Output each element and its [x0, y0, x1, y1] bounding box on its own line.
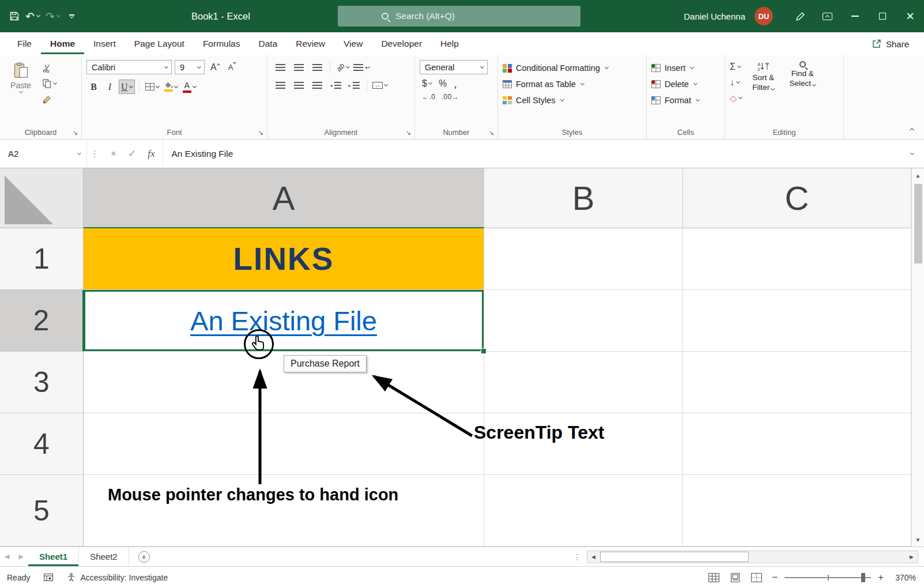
percent-style-button[interactable]: % [439, 78, 447, 89]
delete-cells-button[interactable]: Delete [651, 76, 720, 92]
cut-button[interactable] [43, 63, 56, 73]
cell-C4[interactable] [683, 413, 911, 475]
zoom-in-button[interactable]: + [873, 572, 888, 583]
paste-button[interactable]: Paste [5, 60, 37, 104]
scroll-up-icon[interactable]: ▲ [915, 170, 921, 180]
bold-button[interactable]: B [86, 80, 101, 94]
close-button[interactable]: × [896, 0, 924, 32]
tab-help[interactable]: Help [431, 33, 468, 54]
row-header-4[interactable]: 4 [0, 413, 84, 475]
align-center-button[interactable] [291, 79, 307, 92]
underline-button[interactable]: U [119, 80, 135, 94]
find-select-button[interactable]: Find & Select [785, 60, 820, 104]
cell-A5[interactable] [84, 475, 484, 546]
cell-styles-button[interactable]: Cell Styles [503, 92, 642, 108]
customize-quick-access-button[interactable] [69, 14, 74, 18]
tab-scroll-divider[interactable]: ⋮ [573, 552, 581, 561]
select-all-button[interactable] [0, 168, 84, 228]
cancel-entry-button[interactable]: × [111, 148, 116, 160]
decrease-decimal-button[interactable]: .00→ [442, 93, 459, 101]
increase-font-size-button[interactable]: A [208, 61, 222, 74]
number-format-combo[interactable]: General [420, 60, 488, 74]
cell-A2[interactable]: An Existing File [84, 290, 484, 352]
increase-indent-button[interactable]: ▸ [346, 79, 362, 92]
alignment-dialog-launcher[interactable]: ↘ [406, 130, 411, 136]
merge-center-button[interactable]: ↔ [372, 79, 388, 92]
cell-C5[interactable] [683, 475, 911, 546]
insert-function-button[interactable]: fx [148, 148, 154, 160]
fill-color-button[interactable] [163, 80, 179, 94]
cell-C1[interactable] [683, 228, 911, 290]
cell-B3[interactable] [484, 352, 683, 413]
number-dialog-launcher[interactable]: ↘ [489, 130, 494, 136]
orientation-button[interactable]: ab [335, 61, 351, 74]
scroll-right-icon[interactable]: ▶ [906, 554, 918, 560]
hyperlink-text[interactable]: An Existing File [190, 305, 377, 337]
name-box[interactable]: A2 [0, 140, 86, 168]
align-bottom-button[interactable] [309, 61, 325, 74]
zoom-level[interactable]: 370% [888, 573, 916, 582]
cell-A4[interactable] [84, 413, 484, 475]
zoom-out-button[interactable]: − [767, 572, 782, 583]
align-left-button[interactable] [272, 79, 288, 92]
cell-B2[interactable] [484, 290, 683, 352]
format-as-table-button[interactable]: Format as Table [503, 76, 642, 92]
cell-A1[interactable]: LINKS [84, 228, 484, 290]
scroll-left-icon[interactable]: ◀ [587, 554, 599, 560]
format-painter-button[interactable] [43, 94, 56, 104]
sheet-tab-sheet1[interactable]: Sheet1 [28, 547, 79, 566]
format-cells-button[interactable]: Format [651, 92, 720, 108]
formula-input[interactable]: An Existing File [163, 140, 900, 168]
tab-page-layout[interactable]: Page Layout [125, 33, 194, 54]
row-header-1[interactable]: 1 [0, 228, 84, 290]
column-header-C[interactable]: C [683, 168, 911, 228]
increase-decimal-button[interactable]: ←.0 [422, 93, 436, 101]
share-button[interactable]: Share [872, 39, 909, 49]
fill-button[interactable]: ↓ [730, 77, 742, 88]
accounting-format-button[interactable]: $ [422, 78, 432, 89]
column-header-B[interactable]: B [484, 168, 683, 228]
tab-data[interactable]: Data [249, 33, 286, 54]
search-box[interactable]: Search (Alt+Q) [338, 6, 580, 27]
vertical-scroll-thumb[interactable] [914, 184, 922, 263]
vertical-scrollbar[interactable]: ▲ ▼ [911, 168, 924, 546]
autosum-button[interactable]: Σ [730, 61, 742, 73]
ribbon-display-options-button[interactable] [814, 13, 841, 20]
row-header-3[interactable]: 3 [0, 352, 84, 413]
tab-file[interactable]: File [8, 33, 41, 54]
font-dialog-launcher[interactable]: ↘ [258, 130, 263, 136]
page-layout-view-button[interactable] [730, 573, 741, 582]
horizontal-scrollbar[interactable]: ◀ ▶ [587, 551, 918, 563]
insert-cells-button[interactable]: Insert [651, 60, 720, 76]
new-sheet-button[interactable]: + [138, 551, 150, 563]
cell-B4[interactable] [484, 413, 683, 475]
save-button[interactable] [9, 11, 20, 21]
minimize-button[interactable] [841, 0, 869, 32]
horizontal-scroll-thumb[interactable] [600, 552, 749, 562]
expand-formula-bar-button[interactable] [900, 140, 924, 168]
tab-formulas[interactable]: Formulas [194, 33, 250, 54]
wrap-text-button[interactable]: ↩ [353, 61, 370, 74]
tab-review[interactable]: Review [286, 33, 334, 54]
sheet-tab-sheet2[interactable]: Sheet2 [79, 547, 129, 566]
comma-style-button[interactable]: , [454, 81, 457, 86]
row-header-2[interactable]: 2 [0, 290, 84, 352]
align-right-button[interactable] [309, 79, 325, 92]
copy-button[interactable] [43, 78, 56, 89]
tab-insert[interactable]: Insert [84, 33, 125, 54]
s ort-filter-button[interactable]: AZ Sort & Filter [745, 60, 781, 104]
macro-record-button[interactable] [37, 574, 60, 581]
formula-bar-resize-handle[interactable]: ⋮ [86, 140, 103, 168]
cell-C2[interactable] [683, 290, 911, 352]
pen-button[interactable] [787, 12, 814, 21]
sheet-nav-left-icon[interactable]: ◀ [0, 553, 14, 560]
row-header-5[interactable]: 5 [0, 475, 84, 546]
clear-button[interactable]: ◇ [730, 92, 742, 104]
confirm-entry-button[interactable]: ✓ [128, 148, 136, 160]
font-size-combo[interactable]: 9 [175, 60, 205, 74]
fill-handle[interactable] [481, 348, 486, 354]
redo-button[interactable]: ↷ [46, 11, 60, 22]
collapse-ribbon-button[interactable] [910, 124, 914, 134]
normal-view-button[interactable] [708, 573, 719, 582]
zoom-slider-handle[interactable] [861, 573, 865, 582]
